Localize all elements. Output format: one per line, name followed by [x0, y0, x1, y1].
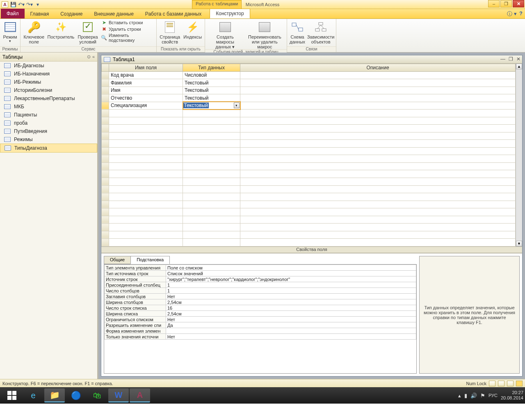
- property-row[interactable]: Ширина списка2,54см: [105, 311, 416, 317]
- tray-up-icon[interactable]: ▴: [458, 393, 461, 399]
- vertical-scrollbar[interactable]: ▲ ▼: [516, 64, 522, 247]
- field-row-empty[interactable]: [102, 208, 516, 216]
- field-row-empty[interactable]: [102, 110, 516, 117]
- object-deps-button[interactable]: Зависимости объектов: [308, 20, 334, 44]
- insert-rows-button[interactable]: ➤Вставить строки: [101, 20, 154, 25]
- doc-minimize-icon[interactable]: —: [500, 56, 505, 62]
- nav-table-item[interactable]: ЛекарственныеПрепараты: [0, 94, 97, 103]
- doc-restore-icon[interactable]: ❐: [509, 56, 513, 62]
- field-row[interactable]: СпециализацияТекстовый▾: [102, 102, 516, 110]
- property-row[interactable]: Ширина столбцов2,54см: [105, 299, 416, 305]
- rename-delete-macro-button[interactable]: Переименовать или удалить макрос: [245, 20, 284, 49]
- nav-search-icon[interactable]: ⊙: [87, 54, 91, 59]
- property-row[interactable]: Заглавия столбцовНет: [105, 294, 416, 299]
- tab-general[interactable]: Общие: [104, 256, 131, 264]
- field-row-empty[interactable]: [102, 231, 516, 239]
- minimize-button[interactable]: –: [488, 0, 500, 7]
- tab-external[interactable]: Внешние данные: [88, 9, 139, 18]
- tab-design[interactable]: Конструктор: [210, 9, 250, 18]
- doc-close-icon[interactable]: ✕: [516, 56, 520, 62]
- property-row[interactable]: Ограничиться спискомНет: [105, 317, 416, 322]
- tray-sound-icon[interactable]: 🔊: [470, 393, 477, 399]
- field-grid[interactable]: Имя поляТип данныхОписаниеКод врачаЧисло…: [101, 64, 522, 247]
- field-row-empty[interactable]: [102, 201, 516, 208]
- property-row[interactable]: Форма изменения элемен: [105, 328, 416, 334]
- field-row-empty[interactable]: [102, 185, 516, 193]
- save-icon[interactable]: 💾: [10, 1, 16, 8]
- taskbar-word-button[interactable]: W: [108, 388, 129, 402]
- ribbon-minimize-icon[interactable]: ⓘ ▾: [507, 10, 517, 18]
- close-button[interactable]: ✕: [513, 0, 524, 7]
- view-pivot-button[interactable]: [498, 381, 504, 386]
- taskbar-explorer-button[interactable]: 📁: [44, 388, 65, 402]
- field-row-empty[interactable]: [102, 170, 516, 178]
- scroll-down-icon[interactable]: ▼: [516, 241, 522, 247]
- tray-language[interactable]: РУС: [488, 393, 498, 398]
- view-design-button[interactable]: [516, 381, 523, 386]
- field-row-empty[interactable]: [102, 224, 516, 231]
- nav-table-item[interactable]: ИБ-Диагнозы: [0, 62, 97, 70]
- tab-home[interactable]: Главная: [25, 9, 55, 18]
- field-row[interactable]: Код врачаЧисловой: [102, 71, 516, 79]
- field-row-empty[interactable]: [102, 125, 516, 132]
- tray-flag-icon[interactable]: ⚑: [480, 393, 485, 399]
- field-row[interactable]: ФамилияТекстовый: [102, 79, 516, 87]
- start-button[interactable]: [2, 388, 22, 402]
- tray-network-icon[interactable]: ▮: [464, 393, 467, 399]
- field-row[interactable]: ОтчествоТекстовый: [102, 94, 516, 102]
- relationships-button[interactable]: Схема данных: [290, 20, 305, 44]
- nav-table-item[interactable]: ИБ-Режимы: [0, 78, 97, 86]
- field-row-empty[interactable]: [102, 162, 516, 170]
- field-row-empty[interactable]: [102, 178, 516, 185]
- field-row[interactable]: ИмяТекстовый: [102, 87, 516, 94]
- nav-table-item[interactable]: Режимы: [0, 135, 97, 144]
- taskbar-store-button[interactable]: 🛍: [87, 388, 107, 402]
- nav-table-item[interactable]: проба: [0, 119, 97, 127]
- taskbar-ie-button[interactable]: e: [23, 388, 43, 402]
- view-button[interactable]: Режим ▾: [2, 20, 18, 43]
- app-icon[interactable]: A: [2, 1, 8, 8]
- nav-collapse-icon[interactable]: «: [92, 54, 95, 59]
- property-row[interactable]: Тип источника строкСписок значений: [105, 271, 416, 276]
- taskbar-chrome-button[interactable]: 🔵: [66, 388, 86, 402]
- property-row[interactable]: Только значения источниНет: [105, 334, 416, 340]
- nav-header[interactable]: Таблицы ⊙«: [0, 52, 97, 62]
- nav-table-item[interactable]: МКБ: [0, 103, 97, 111]
- field-row-empty[interactable]: [102, 193, 516, 201]
- document-title-bar[interactable]: Таблица1 — ❐ ✕: [101, 55, 522, 64]
- field-row-empty[interactable]: [102, 239, 516, 247]
- nav-table-item[interactable]: ТипыДиагноза: [0, 144, 97, 153]
- property-row[interactable]: Разрешить изменение спиДа: [105, 322, 416, 328]
- builder-button[interactable]: ✨ Построитель: [48, 20, 75, 39]
- qat-more-icon[interactable]: ▾: [34, 1, 41, 8]
- undo-icon[interactable]: ↶▾: [18, 1, 25, 8]
- property-sheet-button[interactable]: Страница свойств: [159, 20, 180, 44]
- property-row[interactable]: Тип элемента управленияПоле со списком: [105, 265, 416, 271]
- property-row[interactable]: Число строк списка16: [105, 305, 416, 311]
- redo-icon[interactable]: ↷▾: [26, 1, 33, 8]
- property-row[interactable]: Число столбцов1: [105, 288, 416, 294]
- scroll-up-icon[interactable]: ▲: [516, 64, 522, 69]
- view-chart-button[interactable]: [507, 381, 514, 386]
- field-row-empty[interactable]: [102, 155, 516, 163]
- primary-key-button[interactable]: 🔑 Ключевое поле: [23, 20, 45, 44]
- field-row-empty[interactable]: [102, 216, 516, 224]
- nav-table-item[interactable]: ИсторииБолезни: [0, 86, 97, 94]
- property-row[interactable]: Источник строк"хирург";"терапевт";"невро…: [105, 276, 416, 282]
- modify-lookup-button[interactable]: 🔍Изменить подстановку: [101, 33, 154, 43]
- tab-db-tools[interactable]: Работа с базами данных: [139, 9, 207, 18]
- property-grid[interactable]: Тип элемента управленияПоле со спискомТи…: [104, 264, 417, 374]
- view-datasheet-button[interactable]: [489, 381, 495, 386]
- create-data-macros-button[interactable]: Создать макросы данных ▾: [208, 20, 243, 49]
- validation-button[interactable]: Проверка условий: [77, 20, 99, 44]
- property-row[interactable]: Присоединенный столбец1: [105, 282, 416, 288]
- datatype-combo[interactable]: Текстовый▾: [183, 102, 240, 109]
- field-row-empty[interactable]: [102, 147, 516, 155]
- field-row-empty[interactable]: [102, 140, 516, 148]
- file-tab[interactable]: Файл: [1, 9, 25, 18]
- field-row-empty[interactable]: [102, 132, 516, 140]
- tab-lookup[interactable]: Подстановка: [130, 256, 170, 264]
- indexes-button[interactable]: ⚡ Индексы: [183, 20, 202, 39]
- chevron-down-icon[interactable]: ▾: [234, 103, 240, 108]
- tab-create[interactable]: Создание: [55, 9, 88, 18]
